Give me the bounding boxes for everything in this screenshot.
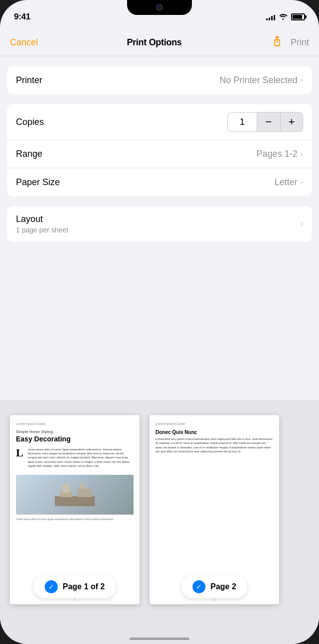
svg-rect-4 (62, 484, 70, 493)
page1-article-subtitle: Simple Home Styling (16, 429, 134, 434)
decrement-button[interactable]: − (257, 112, 280, 132)
page1-label-text: Page 1 of 2 (63, 582, 105, 591)
range-value-text: Pages 1-2 (257, 149, 298, 159)
paper-size-value-text: Letter (275, 177, 298, 188)
range-chevron: › (301, 150, 303, 159)
layout-text: Layout 1 page per sheet (16, 214, 68, 234)
page2-title: Donec Quis Nunc (156, 429, 273, 435)
increment-button[interactable]: + (280, 112, 303, 132)
range-row[interactable]: Range Pages 1-2 › (7, 140, 312, 168)
copies-label: Copies (16, 117, 44, 127)
layout-chevron: › (301, 219, 303, 228)
phone-frame: 9:41 Cancel Pri (0, 0, 319, 644)
battery-icon (291, 13, 305, 20)
signal-bar-2 (269, 17, 270, 20)
image-overlay (16, 475, 134, 515)
layout-label: Layout (16, 214, 68, 224)
page2-content: Lorem Ipsum Dolor Donec Quis Nunc Consec… (150, 415, 279, 464)
share-icon[interactable] (271, 35, 284, 50)
printer-value-text: No Printer Selected (220, 75, 298, 86)
nav-bar: Cancel Print Options Print (0, 27, 319, 56)
status-time: 9:41 (14, 12, 30, 22)
svg-rect-1 (55, 496, 95, 506)
layout-row[interactable]: Layout 1 page per sheet › (7, 206, 312, 242)
paper-size-row[interactable]: Paper Size Letter › (7, 168, 312, 196)
page1-caption: Lorem ipsum dolor sit amet, ligula suspe… (16, 518, 134, 521)
battery-fill (293, 15, 302, 19)
layout-subtitle: 1 page per sheet (16, 226, 68, 234)
wifi-icon (279, 13, 288, 21)
page1-article-title: Easy Decorating (16, 435, 134, 443)
page1-image (16, 475, 134, 515)
page2-lorem-title: Lorem Ipsum Dolor (156, 422, 273, 426)
page2-body-text: Consectetur arcu ipsum ornare pellentesq… (156, 437, 273, 453)
drop-cap: L (16, 447, 23, 472)
signal-bar-4 (274, 15, 275, 20)
svg-point-5 (79, 483, 85, 489)
page1-label: ✓ Page 1 of 2 (34, 575, 116, 598)
printer-value: No Printer Selected › (220, 75, 303, 86)
page1-number: 1 (74, 598, 75, 601)
print-button[interactable]: Print (291, 37, 309, 48)
printer-label: Printer (16, 75, 42, 86)
layout-section: Layout 1 page per sheet › (7, 206, 312, 242)
home-indicator[interactable] (130, 638, 189, 640)
options-section: Copies 1 − + Range Pages 1-2 › Paper Siz… (7, 104, 312, 196)
notch (127, 0, 192, 15)
page1-check: ✓ (45, 580, 58, 593)
cancel-button[interactable]: Cancel (10, 37, 38, 48)
page2-number: 2 (213, 598, 215, 601)
page2-label-text: Page 2 (210, 582, 236, 591)
page2-label: ✓ Page 2 (181, 575, 247, 598)
signal-bar-3 (271, 16, 273, 20)
page2-check: ✓ (192, 580, 205, 593)
printer-row[interactable]: Printer No Printer Selected › (7, 66, 312, 94)
copies-stepper: 1 − + (227, 112, 303, 132)
nav-right: Print (271, 35, 309, 50)
preview-area: Lorem Ipsum Dolor Simple Home Styling Ea… (0, 400, 319, 644)
copies-value: 1 (227, 112, 257, 132)
page-title: Print Options (127, 37, 181, 48)
preview-pages: Lorem Ipsum Dolor Simple Home Styling Ea… (0, 400, 319, 644)
page1-lorem-title: Lorem Ipsum Dolor (16, 422, 134, 426)
status-icons (266, 13, 305, 21)
printer-section: Printer No Printer Selected › (7, 66, 312, 94)
camera (156, 4, 163, 11)
range-value: Pages 1-2 › (257, 149, 303, 159)
content-area: Cancel Print Options Print Printer No Pr… (0, 27, 319, 644)
page1-body-text: Lorem ipsum dolor sit amet, ligula suspe… (28, 447, 134, 468)
paper-size-value: Letter › (275, 177, 303, 188)
signal-bars (266, 13, 275, 20)
svg-rect-3 (77, 489, 92, 497)
signal-bar-1 (266, 18, 268, 20)
paper-size-chevron: › (301, 178, 303, 187)
paper-size-label: Paper Size (16, 177, 60, 188)
range-label: Range (16, 149, 42, 159)
preview-page-1[interactable]: Lorem Ipsum Dolor Simple Home Styling Ea… (10, 415, 140, 604)
preview-page-2[interactable]: Lorem Ipsum Dolor Donec Quis Nunc Consec… (150, 415, 279, 604)
printer-chevron: › (301, 76, 303, 85)
copies-row: Copies 1 − + (7, 104, 312, 140)
